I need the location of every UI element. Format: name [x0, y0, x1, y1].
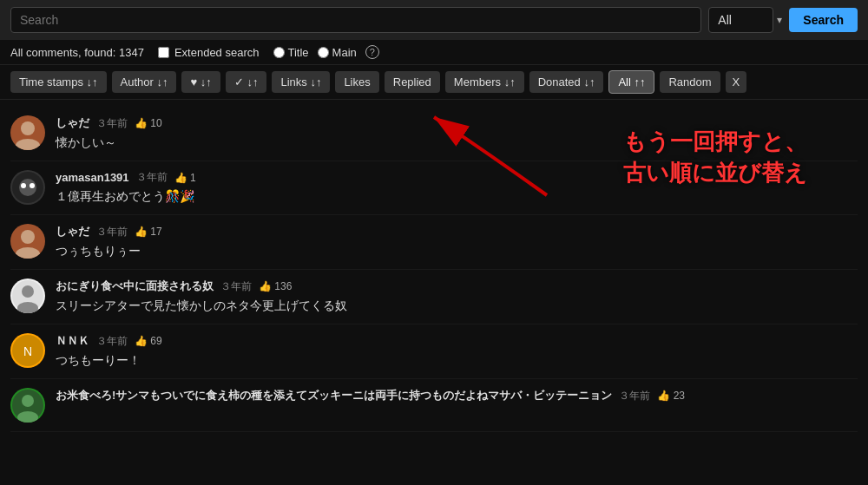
- comment-content: しゃだ ３年前 👍 10 懐かしい～: [56, 115, 858, 152]
- top-search-bar: All Title Channel ▾ Search: [0, 0, 868, 40]
- list-item: おにぎり食べ中に面接される奴 ３年前 👍 136 スリーシアターで見た懐かしのネ…: [10, 270, 858, 324]
- comment-content: おにぎり食べ中に面接される奴 ３年前 👍 136 スリーシアターで見た懐かしのネ…: [56, 279, 858, 315]
- radio-title[interactable]: [273, 47, 285, 58]
- svg-point-9: [22, 285, 34, 298]
- comment-text: つちもーりー！: [56, 351, 858, 370]
- comment-meta: ＮＮＫ ３年前 👍 69: [56, 333, 858, 349]
- sort-all-button[interactable]: All ↑↑: [608, 70, 654, 94]
- comment-meta: しゃだ ３年前 👍 17: [56, 224, 858, 239]
- chevron-down-icon: ▾: [777, 14, 782, 26]
- avatar: [10, 170, 45, 205]
- comment-author: おにぎり食べ中に面接される奴: [56, 279, 214, 294]
- comment-meta: おにぎり食べ中に面接される奴 ３年前 👍 136: [56, 279, 858, 294]
- comment-time: ３年前: [619, 389, 650, 403]
- sort-author-button[interactable]: Author ↓↑: [112, 71, 177, 93]
- like-count: 👍 23: [657, 390, 685, 402]
- like-count: 👍 17: [135, 226, 162, 238]
- comment-content: お米食べろ!サンマもついでに食え柿の種を添えてズッキーニは両手に持つものだよねマ…: [56, 388, 858, 406]
- search-input-wrapper: [10, 7, 701, 33]
- radio-main-label[interactable]: Main: [318, 46, 357, 59]
- sort-buttons-row: Time stamps ↓↑ Author ↓↑ ♥ ↓↑ ✓ ↓↑ Links…: [0, 65, 868, 100]
- like-count: 👍 1: [174, 172, 196, 184]
- comment-time: ３年前: [96, 334, 128, 349]
- list-item: お米食べろ!サンマもついでに食え柿の種を添えてズッキーニは両手に持つものだよねマ…: [10, 379, 858, 432]
- list-item: しゃだ ３年前 👍 17 つぅちもりぅー: [10, 215, 858, 270]
- like-count: 👍 136: [259, 280, 292, 292]
- comment-author: しゃだ: [56, 224, 89, 239]
- radio-title-label[interactable]: Title: [273, 46, 309, 59]
- extended-search-group: Extended search: [158, 46, 260, 59]
- comment-meta: yamasan1391 ３年前 👍 1: [56, 170, 858, 185]
- comment-time: ３年前: [136, 170, 168, 185]
- extended-search-checkbox[interactable]: [158, 47, 169, 58]
- search-input[interactable]: [20, 13, 692, 27]
- comment-author: yamasan1391: [56, 171, 129, 184]
- sort-donated-button[interactable]: Donated ↓↑: [529, 71, 604, 93]
- comment-author: ＮＮＫ: [56, 333, 89, 349]
- comments-section: しゃだ ３年前 👍 10 懐かしい～ yamasan1391 ３年前 👍 1 １…: [0, 100, 868, 439]
- avatar: [10, 224, 45, 259]
- like-count: 👍 10: [135, 117, 162, 129]
- svg-point-4: [21, 183, 26, 188]
- extended-search-label[interactable]: Extended search: [174, 46, 260, 59]
- search-button[interactable]: Search: [789, 8, 858, 32]
- sort-members-button[interactable]: Members ↓↑: [445, 71, 524, 93]
- svg-text:N: N: [23, 344, 32, 358]
- comment-text: スリーシアターで見た懐かしのネタ今更上げてくる奴: [56, 297, 858, 315]
- close-filter-button[interactable]: X: [726, 71, 747, 93]
- svg-point-6: [21, 230, 35, 244]
- comment-author: しゃだ: [56, 115, 89, 131]
- svg-point-14: [22, 395, 34, 407]
- sort-heart-button[interactable]: ♥ ↓↑: [181, 71, 220, 93]
- comment-content: しゃだ ３年前 👍 17 つぅちもりぅー: [56, 224, 858, 260]
- search-scope-group: Title Main ?: [273, 45, 379, 59]
- svg-point-5: [30, 183, 35, 188]
- comment-meta: しゃだ ３年前 👍 10: [56, 115, 858, 131]
- avatar: [10, 279, 45, 313]
- sort-timestamps-button[interactable]: Time stamps ↓↑: [10, 71, 107, 93]
- svg-point-0: [21, 121, 35, 135]
- comment-author: お米食べろ!サンマもついでに食え柿の種を添えてズッキーニは両手に持つものだよねマ…: [56, 388, 612, 403]
- radio-main[interactable]: [318, 47, 329, 58]
- like-count: 👍 69: [135, 335, 162, 347]
- list-item: N ＮＮＫ ３年前 👍 69 つちもーりー！: [10, 324, 858, 379]
- sort-random-button[interactable]: Random: [660, 71, 720, 93]
- comment-text: つぅちもりぅー: [56, 242, 858, 260]
- help-icon[interactable]: ?: [365, 45, 379, 59]
- sort-check-button[interactable]: ✓ ↓↑: [226, 71, 267, 93]
- dropdown-wrap: All Title Channel ▾: [708, 7, 782, 33]
- comment-meta: お米食べろ!サンマもついでに食え柿の種を添えてズッキーニは両手に持つものだよねマ…: [56, 388, 858, 403]
- comment-text: 懐かしい～: [56, 134, 858, 152]
- sort-links-button[interactable]: Links ↓↑: [272, 71, 330, 93]
- sort-replied-button[interactable]: Replied: [385, 71, 440, 93]
- filter-row-1: All comments, found: 1347 Extended searc…: [0, 40, 868, 65]
- svg-point-7: [16, 247, 40, 259]
- filter-dropdown[interactable]: All Title Channel: [708, 7, 773, 33]
- comment-content: yamasan1391 ３年前 👍 1 １億再生おめでとう🎊🎉: [56, 170, 858, 206]
- list-item: yamasan1391 ３年前 👍 1 １億再生おめでとう🎊🎉: [10, 161, 858, 215]
- comment-time: ３年前: [96, 225, 128, 239]
- list-item: しゃだ ３年前 👍 10 懐かしい～: [10, 107, 858, 161]
- avatar: [10, 388, 45, 423]
- comment-time: ３年前: [96, 116, 128, 131]
- comment-time: ３年前: [220, 279, 252, 294]
- avatar: [10, 115, 45, 150]
- sort-likes-button[interactable]: Likes: [335, 71, 378, 93]
- svg-point-1: [16, 139, 40, 150]
- comment-count-label: All comments, found: 1347: [10, 46, 144, 59]
- comment-content: ＮＮＫ ３年前 👍 69 つちもーりー！: [56, 333, 858, 370]
- avatar: N: [10, 333, 45, 368]
- comment-text: １億再生おめでとう🎊🎉: [56, 187, 858, 206]
